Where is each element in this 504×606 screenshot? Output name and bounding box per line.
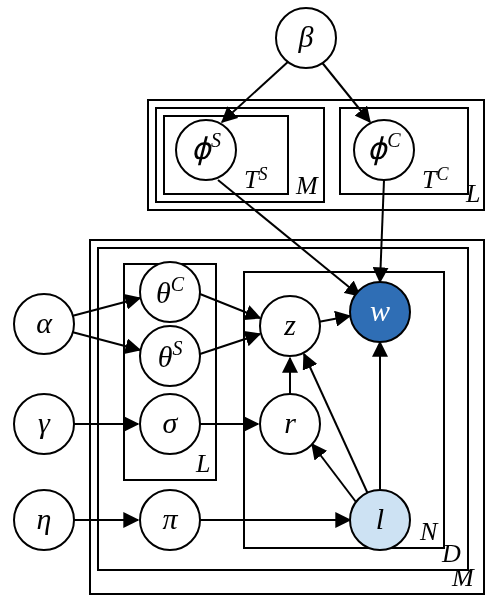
node-l: l (350, 490, 410, 550)
node-beta: β (276, 8, 336, 68)
svg-text:η: η (37, 502, 52, 535)
node-thetaC: θC (140, 262, 200, 322)
node-z: z (260, 296, 320, 356)
svg-text:r: r (284, 406, 296, 439)
node-phiS: ϕS (176, 120, 236, 180)
svg-text:π: π (162, 502, 178, 535)
svg-text:γ: γ (38, 406, 51, 439)
plate-N-label: N (419, 517, 439, 546)
node-pi: π (140, 490, 200, 550)
node-sigma: σ (140, 394, 200, 454)
svg-text:σ: σ (163, 406, 179, 439)
node-thetaS: θS (140, 326, 200, 386)
plate-TC-label: TC (422, 164, 449, 194)
node-r: r (260, 394, 320, 454)
svg-text:w: w (370, 294, 390, 327)
node-phiC: ϕC (354, 120, 414, 180)
plate-M-outer-small-label: M (295, 171, 319, 200)
svg-text:β: β (298, 20, 314, 53)
svg-text:l: l (376, 502, 384, 535)
node-eta: η (14, 490, 74, 550)
svg-text:α: α (36, 306, 53, 339)
plate-L-inner-label: L (195, 449, 210, 478)
node-alpha: α (14, 294, 74, 354)
svg-text:z: z (283, 308, 296, 341)
node-gamma: γ (14, 394, 74, 454)
node-w: w (350, 282, 410, 342)
plate-TS-label: TS (244, 164, 267, 194)
